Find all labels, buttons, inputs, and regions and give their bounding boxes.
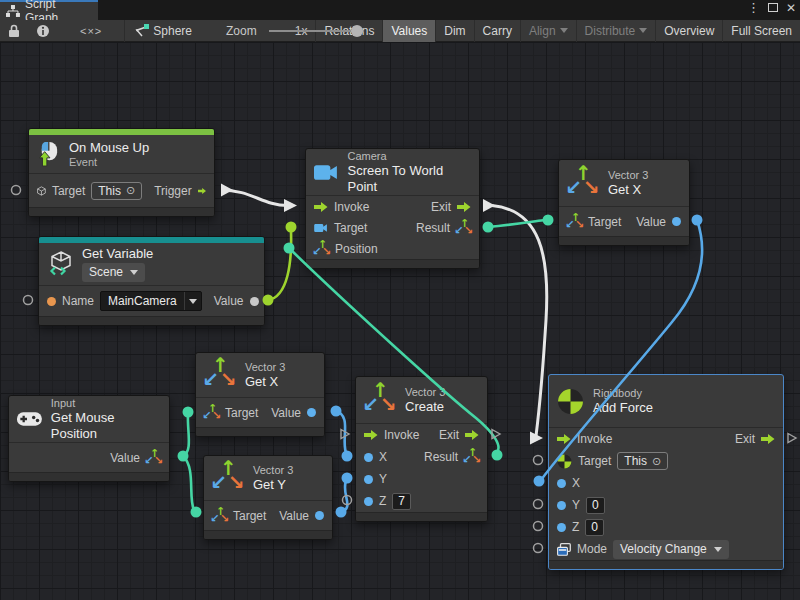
node-add-force[interactable]: Rigidbody Add Force Invoke Exit Target [548, 374, 784, 570]
node-footer [549, 560, 783, 569]
window-menu-icon[interactable]: ⋮ [747, 1, 760, 14]
maximize-icon[interactable] [768, 3, 778, 12]
node-category: Input [51, 397, 159, 409]
zoom-slider-handle[interactable] [351, 25, 363, 37]
node-footer [306, 259, 479, 268]
node-title: Screen To World Point [348, 163, 469, 194]
zoom-slider-track [269, 30, 364, 32]
node-title: Get X [245, 374, 285, 390]
vector3-port-icon[interactable]: ↑↙↘ [204, 406, 219, 420]
object-port-icon[interactable] [250, 297, 259, 306]
float-port-icon[interactable] [307, 408, 316, 417]
object-picker-icon[interactable]: ⊙ [126, 184, 135, 197]
float-port-icon[interactable] [315, 511, 324, 520]
port-label-z: Z [572, 520, 579, 534]
node-subtitle: Event [69, 156, 149, 168]
node-get-y[interactable]: ↑↙↘ Vector 3 Get Y ↑↙↘ Target Value [203, 455, 333, 540]
tab-script-graph[interactable]: Script Graph [0, 0, 98, 20]
port-label-target: Target [334, 221, 367, 235]
vector3-port-icon[interactable]: ↑↙↘ [212, 509, 227, 523]
unity-script-graph-window: Script Graph ⋮ ✕ <×> [0, 0, 800, 600]
variable-icon [47, 251, 73, 277]
flow-arrow-icon [314, 201, 328, 213]
float-port-icon[interactable] [557, 523, 566, 532]
variable-name-dropdown[interactable]: MainCamera [100, 291, 202, 311]
node-title: Get X [608, 182, 648, 198]
port-label-value: Value [279, 509, 309, 523]
node-on-mouse-up[interactable]: On Mouse Up Event Target This ⊙ Trigger [28, 128, 215, 217]
vector3-port-icon[interactable]: ↑↙↘ [464, 450, 479, 464]
y-value-field[interactable]: 0 [586, 497, 605, 514]
port-label-target: Target [225, 406, 258, 420]
port-label-x: X [572, 476, 580, 490]
overview-button[interactable]: Overview [656, 20, 722, 42]
rigidbody-port-icon[interactable] [557, 454, 572, 469]
gameobject-cube-icon [37, 183, 46, 199]
flow-arrow-icon [761, 433, 775, 445]
float-port-icon[interactable] [364, 497, 373, 506]
port-label-mode: Mode [577, 542, 607, 556]
full-screen-button[interactable]: Full Screen [723, 20, 800, 42]
float-port-icon[interactable] [557, 501, 566, 510]
port-label-result: Result [424, 450, 458, 464]
target-object-field[interactable]: This ⊙ [91, 182, 142, 200]
port-label-value: Value [271, 406, 301, 420]
graph-pointer-icon [133, 24, 149, 38]
vector3-port-icon[interactable]: ↑↙↘ [567, 215, 582, 229]
float-port-icon[interactable] [364, 453, 373, 462]
port-label-trigger: Trigger [154, 184, 192, 198]
node-title: Add Force [593, 400, 653, 416]
carry-button[interactable]: Carry [475, 20, 520, 42]
node-get-x-mid[interactable]: ↑↙↘ Vector 3 Get X ↑↙↘ Target Value [195, 352, 325, 437]
target-object-field[interactable]: This ⊙ [617, 452, 668, 470]
variable-scope-dropdown[interactable]: Scene [82, 263, 145, 282]
object-picker-icon[interactable]: ⊙ [652, 455, 661, 468]
distribute-button[interactable]: Distribute [577, 20, 656, 42]
port-label-target: Target [588, 215, 621, 229]
lock-button[interactable] [0, 20, 28, 42]
tab-bar: Script Graph ⋮ ✕ [0, 0, 800, 20]
port-label-invoke: Invoke [334, 200, 369, 214]
align-button[interactable]: Align [521, 20, 576, 42]
node-vector3-create[interactable]: ↑↙↘ Vector 3 Create Invoke Exit X Result… [355, 376, 488, 522]
target-value: This [624, 454, 647, 468]
port-label-target: Target [52, 184, 85, 198]
vector3-port-icon[interactable]: ↑↙↘ [146, 451, 161, 465]
info-button[interactable] [28, 20, 58, 42]
dim-button[interactable]: Dim [436, 20, 473, 42]
vector3-icon: ↑↙↘ [212, 463, 244, 493]
node-category: Vector 3 [253, 464, 293, 476]
clear-selection-button[interactable]: <×> [58, 20, 124, 42]
port-label-invoke: Invoke [384, 428, 419, 442]
chevron-down-icon [130, 270, 138, 275]
camera-icon [314, 163, 339, 182]
float-port-icon[interactable] [672, 217, 681, 226]
string-port-icon[interactable] [47, 297, 56, 306]
node-get-x-top[interactable]: ↑↙↘ Vector 3 Get X ↑↙↘ Target Value [558, 159, 690, 246]
node-title: Get Y [253, 477, 293, 493]
vector3-port-icon[interactable]: ↑↙↘ [314, 242, 329, 256]
vector3-port-icon[interactable]: ↑↙↘ [456, 221, 471, 235]
flow-arrow-icon [198, 185, 206, 197]
node-screen-to-world-point[interactable]: Camera Screen To World Point Invoke Exit… [305, 148, 480, 269]
mouse-up-icon [37, 142, 60, 167]
float-port-icon[interactable] [364, 475, 373, 484]
zoom-slider[interactable] [269, 20, 291, 42]
mode-dropdown[interactable]: Velocity Change [613, 540, 729, 559]
float-port-icon[interactable] [557, 479, 566, 488]
z-value-field[interactable]: 7 [392, 493, 411, 510]
z-value-field[interactable]: 0 [585, 519, 604, 536]
node-get-mouse-position[interactable]: Input Get Mouse Position Value ↑↙↘ [8, 395, 170, 482]
node-category: Vector 3 [245, 361, 285, 373]
flow-arrow-icon [465, 429, 479, 441]
angle-x-icon: <×> [80, 25, 102, 37]
enum-icon [557, 543, 571, 556]
node-get-variable[interactable]: Get Variable Scene Name MainCamera Value [38, 236, 265, 326]
graph-pointer-button[interactable]: Sphere [125, 20, 200, 42]
values-button[interactable]: Values [383, 20, 435, 42]
chevron-down-icon [189, 299, 197, 304]
flow-arrow-icon [457, 201, 471, 213]
close-icon[interactable]: ✕ [786, 2, 796, 14]
port-label-y: Y [572, 498, 580, 512]
camera-port-icon[interactable] [314, 223, 328, 233]
